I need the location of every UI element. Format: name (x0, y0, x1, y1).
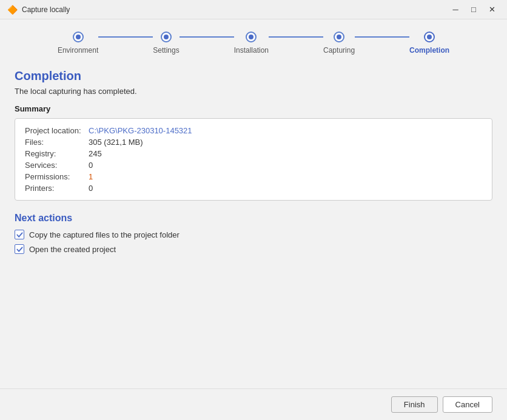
summary-row-files: Files: 305 (321,1 MB) (25, 138, 482, 147)
footer: Finish Cancel (0, 388, 507, 420)
step-circle-installation (246, 32, 257, 42)
summary-row-location: Project location: C:\PKG\PKG-230310-1453… (25, 126, 482, 135)
services-value: 0 (89, 161, 93, 170)
step-label-settings: Settings (153, 46, 179, 55)
step-connector-2 (180, 36, 234, 38)
step-label-capturing: Capturing (323, 46, 355, 55)
registry-value: 245 (89, 149, 102, 158)
copy-files-label: Copy the captured files to the project f… (29, 230, 180, 239)
step-circle-completion (424, 32, 435, 42)
open-project-label: Open the created project (29, 245, 116, 254)
step-capturing: Capturing (323, 32, 355, 55)
step-circle-inner-environment (76, 35, 81, 39)
summary-box: Project location: C:\PKG\PKG-230310-1453… (15, 118, 492, 201)
step-circle-settings (161, 32, 172, 42)
summary-row-registry: Registry: 245 (25, 149, 482, 158)
summary-row-printers: Printers: 0 (25, 184, 482, 193)
step-label-environment: Environment (58, 46, 98, 55)
summary-label: Summary (15, 104, 492, 113)
services-label: Services: (25, 161, 89, 170)
permissions-label: Permissions: (25, 172, 89, 181)
completion-subtitle: The local capturing has completed. (15, 87, 492, 96)
step-environment: Environment (58, 32, 98, 55)
step-circle-capturing (334, 32, 344, 42)
content-area: Completion The local capturing has compl… (15, 69, 492, 376)
close-button[interactable]: ✕ (484, 3, 500, 16)
project-location-value: C:\PKG\PKG-230310-145321 (89, 126, 192, 135)
next-action-copy-files: Copy the captured files to the project f… (15, 230, 492, 239)
step-circle-environment (73, 32, 84, 42)
check-icon-open (16, 246, 23, 253)
summary-row-permissions: Permissions: 1 (25, 172, 482, 181)
checkbox-copy-files[interactable] (15, 230, 24, 239)
permissions-value: 1 (89, 172, 93, 181)
title-bar: 🔶 Capture locally ─ □ ✕ (0, 0, 507, 19)
step-label-completion: Completion (409, 46, 449, 55)
finish-button[interactable]: Finish (391, 396, 438, 413)
registry-label: Registry: (25, 149, 89, 158)
minimize-button[interactable]: ─ (448, 3, 463, 16)
summary-row-services: Services: 0 (25, 161, 482, 170)
printers-label: Printers: (25, 184, 89, 193)
window-controls: ─ □ ✕ (448, 3, 500, 16)
project-location-label: Project location: (25, 126, 89, 135)
completion-title: Completion (15, 69, 492, 83)
files-value: 305 (321,1 MB) (89, 138, 143, 147)
step-label-installation: Installation (234, 46, 269, 55)
window-title: Capture locally (22, 5, 448, 14)
maximize-button[interactable]: □ (466, 3, 482, 16)
main-content: Environment Settings Installation Captur… (0, 19, 507, 388)
step-completion: Completion (409, 32, 449, 55)
next-action-open-project: Open the created project (15, 244, 492, 254)
checkbox-open-project[interactable] (15, 244, 24, 254)
step-circle-inner-completion (427, 35, 432, 39)
step-circle-inner-settings (164, 35, 169, 39)
files-label: Files: (25, 138, 89, 147)
step-connector-3 (269, 36, 323, 38)
step-circle-inner-installation (249, 35, 254, 39)
step-circle-inner-capturing (337, 35, 341, 39)
cancel-button[interactable]: Cancel (443, 396, 492, 413)
step-connector-4 (355, 36, 409, 38)
step-installation: Installation (234, 32, 269, 55)
step-settings: Settings (153, 32, 179, 55)
app-icon: 🔶 (7, 5, 17, 15)
printers-value: 0 (89, 184, 93, 193)
wizard-steps: Environment Settings Installation Captur… (15, 32, 492, 55)
step-connector-1 (98, 36, 153, 38)
check-icon-copy (16, 232, 23, 238)
next-actions-title: Next actions (15, 213, 492, 224)
